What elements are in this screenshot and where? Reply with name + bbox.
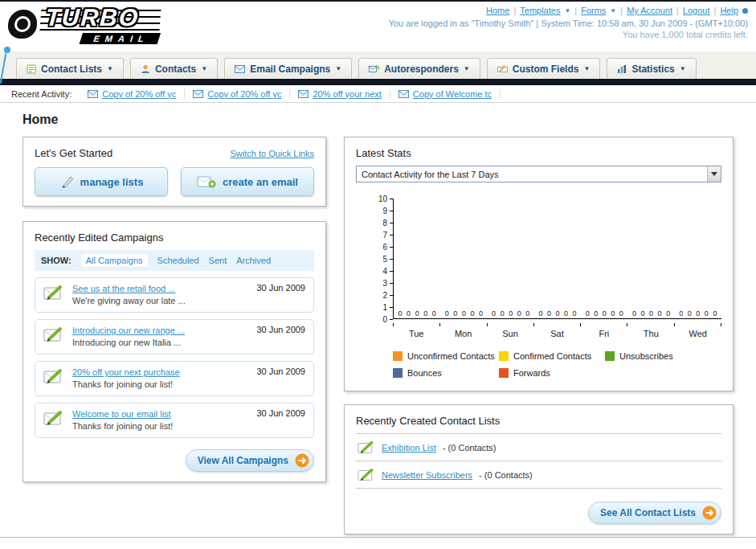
recently-created-lists-panel: Recently Created Contact Lists Exhibitio… [344,404,734,535]
manage-lists-label: manage lists [80,176,144,188]
list-edit-icon [358,468,375,481]
chart-x-labels: TueMonSunSatFriThuWed [393,326,721,338]
tab-email-campaigns[interactable]: Email Campaigns▼ [224,58,352,79]
campaign-date: 30 Jun 2009 [256,283,305,307]
campaign-row: See us at the retail food ... We're givi… [35,277,314,313]
filter-archived[interactable]: Archived [236,256,271,265]
legend-item: Bounces [393,368,499,378]
nav-separator: | [620,6,623,15]
contact-activity-chart: 109876543210 000000000000000000000000000… [356,199,721,378]
lists-panel-title: Recently Created Contact Lists [356,415,721,434]
campaign-title-link[interactable]: Introducing our new range ... [72,325,185,337]
stats-period-select[interactable]: Contact Activity for the Last 7 Days [356,166,721,182]
footer-divider [0,537,756,538]
view-all-campaigns-button[interactable]: View All Campaigns [186,449,314,472]
envelope-icon [298,90,309,98]
tab-label: Statistics [631,64,674,75]
chart-legend: Unconfirmed ContactsConfirmed ContactsUn… [393,351,721,378]
campaign-date: 30 Jun 2009 [256,408,305,432]
legend-item: Unsubscribes [605,351,711,361]
campaign-row: Introducing our new range ... Introducin… [35,319,314,354]
nav-link-logout[interactable]: Logout [683,6,710,15]
nav-separator: | [676,6,679,15]
tab-label: Custom Fields [513,64,579,75]
legend-item: Confirmed Contacts [499,351,605,361]
login-status-text: You are logged in as "Timothy Smith" | S… [389,18,748,28]
contact-list-count: - (0 Contacts) [443,443,497,453]
get-started-title: Let's Get Started [35,147,112,159]
logo-turbo-text: TURBO [40,5,161,31]
filter-all-campaigns[interactable]: All Campaigns [81,254,148,267]
chevron-down-icon: ▼ [610,7,616,14]
tab-label: Contacts [155,64,196,75]
nav-link-templates[interactable]: Templates [520,6,560,15]
help-indicator-dot [742,8,748,14]
nav-separator: | [574,6,577,15]
campaign-filter-bar: SHOW: All Campaigns Scheduled Sent Archi… [35,250,314,271]
pencil-icon [59,175,74,188]
contact-list-row: Exhibition List - (0 Contacts) [356,434,721,461]
contact-lists-icon [27,64,36,74]
campaign-title-link[interactable]: See us at the retail food ... [72,283,186,295]
campaign-title-link[interactable]: 20% off your next purchase [72,367,180,379]
campaign-title-link[interactable]: Welcome to our email list [72,408,173,420]
recently-edited-campaigns-panel: Recently Edited Campaigns SHOW: All Camp… [22,221,326,482]
chart-y-axis-labels: 109876543210 [356,195,393,323]
chevron-down-icon: ▼ [583,65,590,72]
arrow-circle-icon [702,506,717,520]
nav-link-home[interactable]: Home [486,6,509,15]
campaign-edit-icon [43,285,64,301]
contact-list-link[interactable]: Newsletter Subscribers [382,470,472,480]
tab-statistics[interactable]: Statistics▼ [607,58,696,79]
tab-contacts[interactable]: Contacts▼ [130,58,218,79]
tab-autoresponders[interactable]: Autoresponders▼ [358,58,480,79]
envelope-icon [398,90,409,98]
tab-label: Contact Lists [41,64,102,75]
get-started-panel: Let's Get Started Switch to Quick Links … [22,137,326,207]
recent-activity-item[interactable]: 20% off your next [290,89,390,99]
filter-scheduled[interactable]: Scheduled [157,256,199,265]
manage-lists-button[interactable]: manage lists [35,167,168,196]
select-arrow-icon [707,166,721,182]
legend-item: Unconfirmed Contacts [393,351,499,361]
nav-link-my-account[interactable]: My Account [627,6,672,15]
chevron-down-icon: ▼ [335,65,341,72]
nav-link-help[interactable]: Help [720,6,738,15]
tab-contact-lists[interactable]: Contact Lists▼ [16,58,124,79]
app-logo: TURBO EMAIL [6,5,161,45]
recent-activity-item[interactable]: Copy of 20% off yc [185,89,290,99]
campaign-date: 30 Jun 2009 [256,367,305,391]
legend-item: Forwards [499,368,605,378]
recent-activity-item[interactable]: Copy of Welcome tc [390,89,501,99]
nav-link-forms[interactable]: Forms [581,6,606,15]
contact-list-link[interactable]: Exhibition List [382,443,436,453]
filter-sent[interactable]: Sent [209,256,227,265]
switch-quick-links-link[interactable]: Switch to Quick Links [230,149,314,158]
see-all-contact-lists-button[interactable]: See All Contact Lists [588,502,721,524]
logo-text: TURBO EMAIL [39,5,161,45]
list-edit-icon [358,440,375,454]
chevron-down-icon: ▼ [201,65,207,72]
envelope-icon [193,90,203,98]
chart-value-labels: 00000000000000000000000000000000000 [394,309,721,318]
nav-separator: | [513,6,516,15]
main-content: Home Let's Get Started Switch to Quick L… [0,103,756,535]
create-email-label: create an email [223,176,298,188]
recent-activity-item[interactable]: Copy of 20% off yc [80,89,185,99]
main-nav-tabs: Contact Lists▼ Contacts▼ Email Campaigns… [0,51,756,79]
campaign-subtitle: We're giving away our late ... [72,295,186,307]
envelope-plus-icon [197,175,216,188]
tab-custom-fields[interactable]: Custom Fields▼ [487,58,601,79]
app-header: TURBO EMAIL Home | Templates ▼ | Forms ▼… [0,2,756,51]
create-email-button[interactable]: create an email [181,167,314,196]
campaign-edit-icon [43,410,64,426]
campaign-edit-icon [43,326,64,342]
contacts-icon [141,64,150,74]
logo-email-text: EMAIL [80,33,161,44]
campaign-row: 20% off your next purchase Thanks for jo… [35,361,314,396]
chevron-down-icon: ▼ [464,65,470,72]
campaign-date: 30 Jun 2009 [256,325,305,349]
envelope-icon [88,90,98,98]
contact-list-count: - (0 Contacts) [479,470,533,480]
contact-list-row: Newsletter Subscribers - (0 Contacts) [356,461,721,489]
